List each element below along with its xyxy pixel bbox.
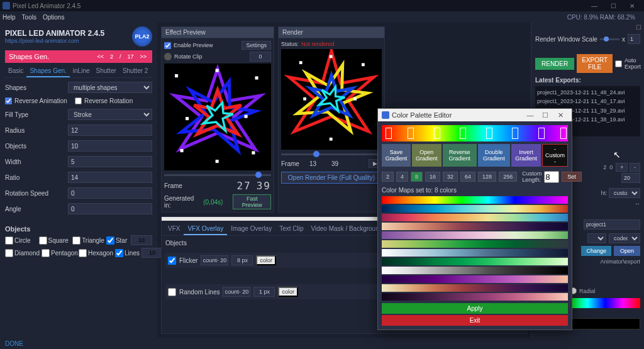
maximize-button[interactable]: ☐ bbox=[604, 3, 623, 9]
open-render-file-button[interactable]: Open Render File (Full Quality) bbox=[281, 172, 382, 184]
vfx-flicker-px[interactable] bbox=[231, 255, 253, 265]
menu-help[interactable]: Help bbox=[3, 14, 16, 21]
palette-close-icon[interactable]: ✕ bbox=[553, 111, 568, 119]
palette-max-icon[interactable]: ☐ bbox=[538, 111, 553, 119]
nav-last[interactable]: >> bbox=[138, 53, 148, 60]
minimize-button[interactable]: — bbox=[585, 3, 604, 9]
vfx-random-lines-check[interactable] bbox=[168, 288, 176, 296]
tab-shutter[interactable]: Shutter bbox=[93, 65, 119, 77]
codec-select-a[interactable] bbox=[587, 233, 606, 243]
custom-gradient-button[interactable]: - Custom - bbox=[542, 144, 568, 167]
tab-image-overlay[interactable]: Image Overlay bbox=[227, 223, 275, 235]
open-button[interactable]: Open bbox=[614, 246, 640, 256]
tab-inline[interactable]: inLine bbox=[70, 65, 93, 77]
set-button[interactable]: Set bbox=[562, 172, 582, 182]
vfx-random-lines-px[interactable] bbox=[253, 287, 275, 297]
menu-tools[interactable]: Tools bbox=[22, 14, 36, 21]
enable-preview-check[interactable]: Enable Preview bbox=[164, 42, 213, 49]
preview-slider[interactable] bbox=[164, 174, 271, 176]
rotate-deg-input[interactable] bbox=[250, 52, 271, 62]
export-item[interactable]: project1_2023-12-21 11_40_17.avi bbox=[537, 97, 638, 106]
nav-first[interactable]: << bbox=[95, 53, 106, 60]
save-gradient-button[interactable]: Save Gradient bbox=[382, 144, 411, 167]
palette-min-icon[interactable]: — bbox=[523, 111, 538, 119]
custom-len-input[interactable] bbox=[544, 171, 559, 183]
vfx-flicker-check[interactable] bbox=[168, 257, 176, 265]
project-name-input[interactable] bbox=[584, 219, 640, 230]
obj-lines[interactable]: Lines bbox=[115, 249, 140, 257]
reverse-animation-check[interactable]: Reverse Animation bbox=[5, 97, 67, 104]
tab-shapes-gen[interactable]: Shapes Gen. bbox=[26, 65, 69, 77]
open-gradient-button[interactable]: Open Gradient bbox=[412, 144, 441, 167]
render-button[interactable]: RENDER bbox=[535, 58, 574, 70]
len-2[interactable]: 2 bbox=[382, 172, 394, 182]
shapes-label: Shapes bbox=[5, 84, 68, 91]
reverse-gradient-button[interactable]: Reverse Gradient bbox=[443, 144, 477, 167]
vfx-random-lines-count[interactable] bbox=[223, 287, 250, 297]
svg-rect-21 bbox=[330, 138, 333, 141]
codec-select[interactable]: codec bbox=[609, 233, 640, 243]
palette-apply-button[interactable]: Apply bbox=[382, 303, 568, 314]
fast-preview-button[interactable]: Fast Preview bbox=[233, 194, 271, 209]
fill-type-select[interactable]: Stroke bbox=[68, 109, 152, 120]
app-url[interactable]: https://pixel-led-animator.com bbox=[5, 38, 132, 44]
change-button[interactable]: Change bbox=[581, 246, 611, 256]
menu-options[interactable]: Options bbox=[43, 14, 64, 21]
objects-count-input[interactable] bbox=[68, 140, 152, 152]
obj-star-value[interactable] bbox=[131, 235, 152, 245]
export-item[interactable]: project1_2023-12-21 11_48_24.avi bbox=[537, 88, 638, 97]
ratio-input[interactable] bbox=[68, 172, 152, 183]
color-maps[interactable] bbox=[382, 196, 568, 301]
frag-custom-select[interactable]: custom bbox=[609, 188, 640, 198]
frag-minus[interactable]: - bbox=[630, 163, 640, 172]
radial-radio[interactable]: Radial bbox=[570, 287, 596, 294]
tab-vfx[interactable]: VFX bbox=[164, 223, 184, 235]
obj-square[interactable]: Square bbox=[39, 236, 71, 245]
obj-circle[interactable]: Circle bbox=[5, 236, 37, 245]
len-4[interactable]: 4 bbox=[396, 172, 408, 182]
obj-hexagon[interactable]: Hexagon bbox=[79, 249, 113, 257]
close-button[interactable]: ✕ bbox=[623, 3, 641, 9]
len-64[interactable]: 64 bbox=[460, 172, 475, 182]
frag-plus[interactable]: + bbox=[616, 163, 628, 172]
width-input[interactable] bbox=[68, 156, 152, 167]
tab-text-clip[interactable]: Text Clip bbox=[275, 223, 307, 235]
len-128[interactable]: 128 bbox=[478, 172, 496, 182]
reverse-rotation-check[interactable]: Reverse Rotation bbox=[75, 97, 133, 104]
vfx-flicker-color[interactable]: color bbox=[256, 255, 276, 265]
len-32[interactable]: 32 bbox=[443, 172, 458, 182]
auto-export-check[interactable]: Auto Export bbox=[615, 57, 641, 70]
arrows-icon[interactable]: ↔ bbox=[635, 201, 640, 207]
obj-diamond[interactable]: Diamond bbox=[5, 249, 40, 257]
tab-shutter2[interactable]: Shutter 2 bbox=[119, 65, 152, 77]
tab-stacking[interactable]: Stacking bbox=[151, 65, 152, 77]
len-256[interactable]: 256 bbox=[499, 172, 517, 182]
shapes-select[interactable]: multiple shapes bbox=[68, 82, 152, 93]
scale-label: Render Window Scale bbox=[535, 36, 597, 43]
vfx-flicker-count[interactable] bbox=[201, 255, 228, 265]
rotspeed-input[interactable] bbox=[68, 187, 152, 199]
obj-triangle[interactable]: Triangle bbox=[72, 236, 104, 245]
vfx-random-lines-color[interactable]: color bbox=[278, 287, 298, 297]
len-16[interactable]: 16 bbox=[425, 172, 440, 182]
scale-value[interactable] bbox=[628, 34, 640, 44]
tab-basic[interactable]: Basic bbox=[5, 65, 26, 77]
right-close-icon[interactable]: ☐ bbox=[636, 24, 641, 31]
len-8[interactable]: 8 bbox=[411, 172, 423, 182]
frag-20[interactable] bbox=[621, 173, 640, 183]
palette-exit-button[interactable]: Exit bbox=[382, 315, 568, 326]
gradient-bar[interactable] bbox=[382, 125, 568, 141]
angle-input[interactable] bbox=[68, 203, 152, 214]
preview-settings-button[interactable]: Settings bbox=[242, 41, 271, 50]
render-slider[interactable] bbox=[281, 153, 382, 155]
invert-gradient-button[interactable]: Invert Gradient bbox=[511, 144, 541, 167]
obj-star[interactable]: Star bbox=[106, 236, 129, 245]
tab-video-mask[interactable]: Video Mask / Background bbox=[308, 223, 387, 235]
tab-vfx-overlay[interactable]: VFX Overlay bbox=[184, 223, 227, 235]
obj-pentagon[interactable]: Pentagon bbox=[42, 249, 77, 257]
radius-input[interactable] bbox=[68, 125, 152, 136]
scale-slider[interactable] bbox=[600, 38, 619, 40]
export-button[interactable]: EXPORT FILE bbox=[577, 54, 613, 73]
svg-rect-8 bbox=[245, 115, 248, 118]
double-gradient-button[interactable]: Double Gradient bbox=[478, 144, 510, 167]
